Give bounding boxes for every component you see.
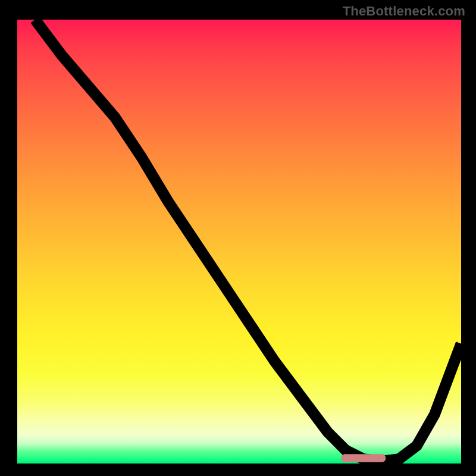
chart-area xyxy=(15,18,463,465)
watermark-text: TheBottleneck.com xyxy=(343,4,465,19)
bottleneck-curve xyxy=(35,20,461,461)
chart-svg xyxy=(17,20,461,464)
target-marker xyxy=(342,454,386,462)
